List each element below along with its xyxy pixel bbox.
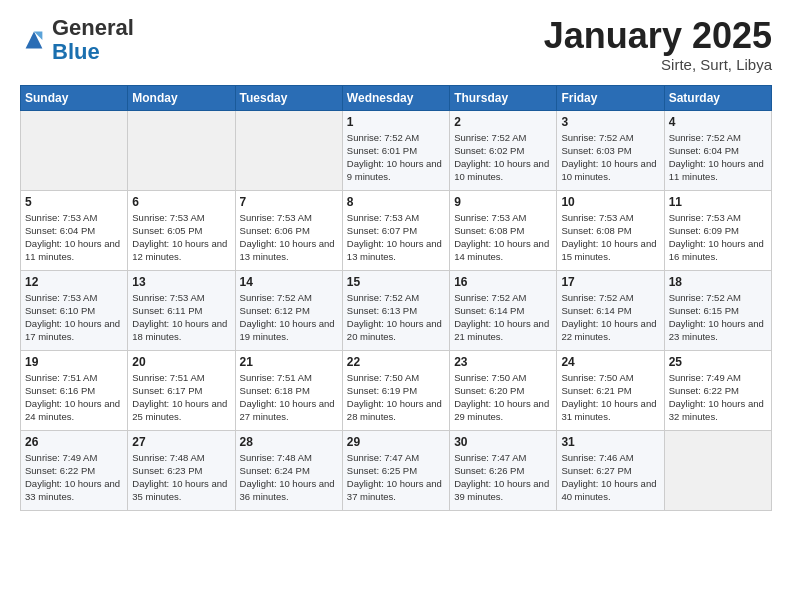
day-info: Sunrise: 7:49 AMSunset: 6:22 PMDaylight:… [25, 451, 123, 504]
calendar-week-row: 26Sunrise: 7:49 AMSunset: 6:22 PMDayligh… [21, 430, 772, 510]
calendar-cell: 26Sunrise: 7:49 AMSunset: 6:22 PMDayligh… [21, 430, 128, 510]
calendar-cell: 18Sunrise: 7:52 AMSunset: 6:15 PMDayligh… [664, 270, 771, 350]
calendar-cell [128, 110, 235, 190]
calendar-cell: 31Sunrise: 7:46 AMSunset: 6:27 PMDayligh… [557, 430, 664, 510]
day-number: 6 [132, 195, 230, 209]
day-info: Sunrise: 7:49 AMSunset: 6:22 PMDaylight:… [669, 371, 767, 424]
weekday-header-cell: Thursday [450, 85, 557, 110]
calendar-cell: 7Sunrise: 7:53 AMSunset: 6:06 PMDaylight… [235, 190, 342, 270]
day-info: Sunrise: 7:52 AMSunset: 6:03 PMDaylight:… [561, 131, 659, 184]
day-number: 17 [561, 275, 659, 289]
day-info: Sunrise: 7:52 AMSunset: 6:12 PMDaylight:… [240, 291, 338, 344]
day-number: 12 [25, 275, 123, 289]
day-number: 13 [132, 275, 230, 289]
day-info: Sunrise: 7:53 AMSunset: 6:08 PMDaylight:… [454, 211, 552, 264]
day-number: 15 [347, 275, 445, 289]
calendar-cell: 13Sunrise: 7:53 AMSunset: 6:11 PMDayligh… [128, 270, 235, 350]
day-number: 29 [347, 435, 445, 449]
day-number: 7 [240, 195, 338, 209]
day-number: 10 [561, 195, 659, 209]
calendar-week-row: 19Sunrise: 7:51 AMSunset: 6:16 PMDayligh… [21, 350, 772, 430]
day-number: 26 [25, 435, 123, 449]
day-info: Sunrise: 7:48 AMSunset: 6:24 PMDaylight:… [240, 451, 338, 504]
day-info: Sunrise: 7:47 AMSunset: 6:25 PMDaylight:… [347, 451, 445, 504]
weekday-header-row: SundayMondayTuesdayWednesdayThursdayFrid… [21, 85, 772, 110]
day-info: Sunrise: 7:52 AMSunset: 6:14 PMDaylight:… [561, 291, 659, 344]
day-number: 16 [454, 275, 552, 289]
calendar-week-row: 1Sunrise: 7:52 AMSunset: 6:01 PMDaylight… [21, 110, 772, 190]
calendar-cell [664, 430, 771, 510]
day-info: Sunrise: 7:48 AMSunset: 6:23 PMDaylight:… [132, 451, 230, 504]
day-info: Sunrise: 7:53 AMSunset: 6:04 PMDaylight:… [25, 211, 123, 264]
calendar-cell: 22Sunrise: 7:50 AMSunset: 6:19 PMDayligh… [342, 350, 449, 430]
calendar-cell: 24Sunrise: 7:50 AMSunset: 6:21 PMDayligh… [557, 350, 664, 430]
calendar-cell: 25Sunrise: 7:49 AMSunset: 6:22 PMDayligh… [664, 350, 771, 430]
weekday-header-cell: Monday [128, 85, 235, 110]
day-number: 5 [25, 195, 123, 209]
day-number: 30 [454, 435, 552, 449]
weekday-header-cell: Tuesday [235, 85, 342, 110]
day-number: 2 [454, 115, 552, 129]
day-number: 3 [561, 115, 659, 129]
logo-text: General Blue [52, 16, 134, 64]
header: General Blue January 2025 Sirte, Surt, L… [20, 16, 772, 73]
calendar-cell: 8Sunrise: 7:53 AMSunset: 6:07 PMDaylight… [342, 190, 449, 270]
title-block: January 2025 Sirte, Surt, Libya [544, 16, 772, 73]
calendar-cell: 3Sunrise: 7:52 AMSunset: 6:03 PMDaylight… [557, 110, 664, 190]
day-number: 31 [561, 435, 659, 449]
weekday-header-cell: Wednesday [342, 85, 449, 110]
calendar-cell: 23Sunrise: 7:50 AMSunset: 6:20 PMDayligh… [450, 350, 557, 430]
day-info: Sunrise: 7:51 AMSunset: 6:18 PMDaylight:… [240, 371, 338, 424]
day-number: 1 [347, 115, 445, 129]
calendar-cell [235, 110, 342, 190]
calendar-cell: 5Sunrise: 7:53 AMSunset: 6:04 PMDaylight… [21, 190, 128, 270]
day-info: Sunrise: 7:50 AMSunset: 6:19 PMDaylight:… [347, 371, 445, 424]
calendar-cell: 12Sunrise: 7:53 AMSunset: 6:10 PMDayligh… [21, 270, 128, 350]
logo-blue: Blue [52, 39, 100, 64]
calendar-cell: 28Sunrise: 7:48 AMSunset: 6:24 PMDayligh… [235, 430, 342, 510]
weekday-header-cell: Saturday [664, 85, 771, 110]
calendar-cell: 4Sunrise: 7:52 AMSunset: 6:04 PMDaylight… [664, 110, 771, 190]
logo: General Blue [20, 16, 134, 64]
calendar-cell: 9Sunrise: 7:53 AMSunset: 6:08 PMDaylight… [450, 190, 557, 270]
day-info: Sunrise: 7:50 AMSunset: 6:20 PMDaylight:… [454, 371, 552, 424]
calendar-cell: 17Sunrise: 7:52 AMSunset: 6:14 PMDayligh… [557, 270, 664, 350]
day-number: 18 [669, 275, 767, 289]
calendar-subtitle: Sirte, Surt, Libya [544, 56, 772, 73]
day-number: 11 [669, 195, 767, 209]
day-info: Sunrise: 7:53 AMSunset: 6:05 PMDaylight:… [132, 211, 230, 264]
calendar-cell: 15Sunrise: 7:52 AMSunset: 6:13 PMDayligh… [342, 270, 449, 350]
day-info: Sunrise: 7:53 AMSunset: 6:09 PMDaylight:… [669, 211, 767, 264]
calendar-week-row: 12Sunrise: 7:53 AMSunset: 6:10 PMDayligh… [21, 270, 772, 350]
day-info: Sunrise: 7:52 AMSunset: 6:13 PMDaylight:… [347, 291, 445, 344]
day-number: 21 [240, 355, 338, 369]
day-number: 27 [132, 435, 230, 449]
calendar-cell: 2Sunrise: 7:52 AMSunset: 6:02 PMDaylight… [450, 110, 557, 190]
calendar-cell: 1Sunrise: 7:52 AMSunset: 6:01 PMDaylight… [342, 110, 449, 190]
day-info: Sunrise: 7:52 AMSunset: 6:14 PMDaylight:… [454, 291, 552, 344]
day-info: Sunrise: 7:51 AMSunset: 6:17 PMDaylight:… [132, 371, 230, 424]
calendar-cell: 29Sunrise: 7:47 AMSunset: 6:25 PMDayligh… [342, 430, 449, 510]
day-info: Sunrise: 7:53 AMSunset: 6:07 PMDaylight:… [347, 211, 445, 264]
calendar-cell: 21Sunrise: 7:51 AMSunset: 6:18 PMDayligh… [235, 350, 342, 430]
day-info: Sunrise: 7:51 AMSunset: 6:16 PMDaylight:… [25, 371, 123, 424]
day-info: Sunrise: 7:47 AMSunset: 6:26 PMDaylight:… [454, 451, 552, 504]
day-number: 9 [454, 195, 552, 209]
day-info: Sunrise: 7:50 AMSunset: 6:21 PMDaylight:… [561, 371, 659, 424]
day-info: Sunrise: 7:52 AMSunset: 6:01 PMDaylight:… [347, 131, 445, 184]
calendar-title: January 2025 [544, 16, 772, 56]
calendar-cell [21, 110, 128, 190]
day-info: Sunrise: 7:53 AMSunset: 6:11 PMDaylight:… [132, 291, 230, 344]
day-number: 20 [132, 355, 230, 369]
calendar-cell: 20Sunrise: 7:51 AMSunset: 6:17 PMDayligh… [128, 350, 235, 430]
day-info: Sunrise: 7:52 AMSunset: 6:02 PMDaylight:… [454, 131, 552, 184]
day-info: Sunrise: 7:46 AMSunset: 6:27 PMDaylight:… [561, 451, 659, 504]
calendar-cell: 16Sunrise: 7:52 AMSunset: 6:14 PMDayligh… [450, 270, 557, 350]
day-number: 25 [669, 355, 767, 369]
day-info: Sunrise: 7:52 AMSunset: 6:04 PMDaylight:… [669, 131, 767, 184]
page: General Blue January 2025 Sirte, Surt, L… [0, 0, 792, 521]
day-number: 19 [25, 355, 123, 369]
calendar-table: SundayMondayTuesdayWednesdayThursdayFrid… [20, 85, 772, 511]
day-info: Sunrise: 7:52 AMSunset: 6:15 PMDaylight:… [669, 291, 767, 344]
day-info: Sunrise: 7:53 AMSunset: 6:10 PMDaylight:… [25, 291, 123, 344]
